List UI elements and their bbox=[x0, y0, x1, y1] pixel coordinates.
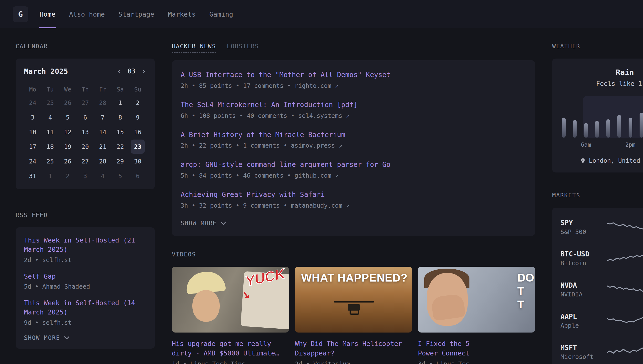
calendar-day[interactable]: 13 bbox=[78, 125, 92, 139]
rss-item-title[interactable]: Self Gap bbox=[24, 272, 147, 281]
news-item-title[interactable]: A Brief History of the Miracle Bacterium bbox=[181, 130, 526, 140]
market-labels: NVDANVIDIA bbox=[560, 281, 607, 298]
nav-tab-also-home[interactable]: Also home bbox=[69, 0, 105, 28]
calendar-day[interactable]: 15 bbox=[113, 125, 127, 139]
calendar-day[interactable]: 18 bbox=[43, 140, 57, 154]
calendar-day[interactable]: 27 bbox=[78, 154, 92, 168]
video-title[interactable]: His upgrade got me really dirty - AMD $5… bbox=[172, 339, 289, 358]
rss-item-title[interactable]: This Week in Self-Hosted (21 March 2025) bbox=[24, 236, 147, 254]
calendar-day[interactable]: 21 bbox=[96, 140, 110, 154]
video-thumbnail[interactable]: WHAT HAPPENED? bbox=[295, 267, 412, 332]
news-item-title[interactable]: A USB Interface to the "Mother of All De… bbox=[181, 70, 526, 80]
calendar-day-headers: MoTuWeThFrSaSu bbox=[24, 84, 147, 96]
calendar-day[interactable]: 28 bbox=[96, 96, 110, 110]
calendar-day[interactable]: 29 bbox=[113, 154, 127, 168]
calendar-day[interactable]: 25 bbox=[43, 154, 57, 168]
news-item-meta: 3h • 32 points • 9 comments • matanabudy… bbox=[181, 202, 526, 209]
calendar-day[interactable]: 23 bbox=[131, 140, 145, 154]
calendar-day[interactable]: 22 bbox=[113, 140, 127, 154]
calendar-day[interactable]: 1 bbox=[43, 169, 57, 183]
calendar-prev-icon[interactable]: ‹ bbox=[117, 67, 122, 76]
calendar-day[interactable]: 17 bbox=[26, 140, 40, 154]
weather-chart: 12° bbox=[562, 96, 643, 138]
calendar-day[interactable]: 3 bbox=[78, 169, 92, 183]
calendar-day[interactable]: 1 bbox=[113, 96, 127, 110]
calendar-day[interactable]: 11 bbox=[43, 125, 57, 139]
calendar-day[interactable]: 14 bbox=[96, 125, 110, 139]
calendar-day[interactable]: 3 bbox=[26, 110, 40, 124]
video-title[interactable]: Why Did The Mars Helicopter Disappear? bbox=[295, 339, 412, 358]
news-item-stats: 2h • 85 points • 17 comments • bbox=[181, 82, 295, 89]
calendar-day[interactable]: 7 bbox=[96, 110, 110, 124]
calendar-day[interactable]: 9 bbox=[131, 110, 145, 124]
video-title[interactable]: I Fixed the 5 Power Connect bbox=[418, 339, 535, 358]
news-item: A Brief History of the Miracle Bacterium… bbox=[181, 130, 526, 149]
video-card: DO T TI Fixed the 5 Power Connect3d • Li… bbox=[418, 267, 535, 364]
news-item-source-link[interactable]: matanabudy.com ↗ bbox=[291, 202, 350, 209]
calendar-day[interactable]: 2 bbox=[61, 169, 75, 183]
calendar-day[interactable]: 4 bbox=[43, 110, 57, 124]
tab-lobsters[interactable]: LOBSTERS bbox=[227, 43, 259, 50]
nav-tab-gaming[interactable]: Gaming bbox=[209, 0, 233, 28]
calendar-day[interactable]: 19 bbox=[61, 140, 75, 154]
video-thumbnail[interactable]: YUCK↘ bbox=[172, 267, 289, 332]
video-thumbnail[interactable]: DO T T bbox=[418, 267, 535, 332]
calendar-section-title: CALENDAR bbox=[16, 43, 155, 50]
calendar-day[interactable]: 5 bbox=[113, 169, 127, 183]
news-widget: HACKER NEWS LOBSTERS A USB Interface to … bbox=[172, 43, 535, 236]
rss-item-title[interactable]: This Week in Self-Hosted (14 March 2025) bbox=[24, 298, 147, 317]
calendar-day[interactable]: 24 bbox=[26, 96, 40, 110]
calendar-day[interactable]: 20 bbox=[78, 140, 92, 154]
calendar-day[interactable]: 12 bbox=[61, 125, 75, 139]
market-row[interactable]: MSFTMicrosoft+1.14%$391.26 bbox=[560, 336, 643, 364]
nav-tab-markets[interactable]: Markets bbox=[168, 0, 196, 28]
app-logo[interactable]: G bbox=[13, 6, 28, 22]
rss-item-meta: 2d • selfh.st bbox=[24, 256, 147, 264]
market-row[interactable]: BTC-USDBitcoin+1.39%$84,999.29 bbox=[560, 243, 643, 274]
calendar-day[interactable]: 26 bbox=[61, 154, 75, 168]
calendar-day[interactable]: 31 bbox=[26, 169, 40, 183]
calendar-next-icon[interactable]: › bbox=[141, 67, 147, 76]
news-item-title[interactable]: argp: GNU-style command line argument pa… bbox=[181, 160, 526, 170]
market-row[interactable]: AAPLApple+1.95%$218.27 bbox=[560, 305, 643, 336]
calendar-day[interactable]: 4 bbox=[96, 169, 110, 183]
calendar-day[interactable]: 27 bbox=[78, 96, 92, 110]
news-item-title[interactable]: Achieving Great Privacy with Safari bbox=[181, 190, 526, 200]
calendar-day[interactable]: 28 bbox=[96, 154, 110, 168]
news-item-source-link[interactable]: sel4.systems ↗ bbox=[298, 112, 350, 119]
tab-hacker-news[interactable]: HACKER NEWS bbox=[172, 43, 216, 53]
calendar-day[interactable]: 24 bbox=[26, 154, 40, 168]
market-symbol: BTC-USD bbox=[560, 250, 607, 258]
news-item-source-link[interactable]: github.com ↗ bbox=[295, 172, 339, 179]
calendar-day[interactable]: 6 bbox=[78, 110, 92, 124]
market-name: Apple bbox=[560, 322, 607, 329]
news-item-source-link[interactable]: asimov.press ↗ bbox=[291, 142, 342, 149]
calendar-day-of-week: Th bbox=[82, 84, 89, 96]
calendar-month-number[interactable]: 03 bbox=[128, 68, 135, 75]
nav-tab-home[interactable]: Home bbox=[40, 0, 56, 28]
market-labels: SPYS&P 500 bbox=[560, 219, 607, 236]
calendar-day[interactable]: 10 bbox=[26, 125, 40, 139]
news-item-source-link[interactable]: righto.com ↗ bbox=[295, 82, 339, 89]
nav-tab-startpage[interactable]: Startpage bbox=[118, 0, 154, 28]
calendar-day[interactable]: 16 bbox=[131, 125, 145, 139]
weather-time-label: 2pm bbox=[625, 142, 635, 148]
calendar-day[interactable]: 25 bbox=[43, 96, 57, 110]
helicopter-shape bbox=[348, 304, 360, 310]
weather-bar bbox=[562, 118, 566, 138]
news-item-title[interactable]: The SeL4 Microkernel: An Introduction [p… bbox=[181, 100, 526, 110]
markets-list: SPYS&P 500-0.27%$563.98BTC-USDBitcoin+1.… bbox=[552, 208, 643, 364]
calendar-day[interactable]: 5 bbox=[61, 110, 75, 124]
weather-bar bbox=[617, 115, 621, 138]
calendar-day[interactable]: 30 bbox=[131, 154, 145, 168]
market-row[interactable]: NVDANVIDIA-0.70%$117.70 bbox=[560, 274, 643, 305]
chevron-down-icon bbox=[64, 336, 69, 339]
market-row[interactable]: SPYS&P 500-0.27%$563.98 bbox=[560, 212, 643, 243]
calendar-day[interactable]: 2 bbox=[131, 96, 145, 110]
calendar-day[interactable]: 26 bbox=[61, 96, 75, 110]
calendar-day[interactable]: 6 bbox=[131, 169, 145, 183]
rss-show-more-button[interactable]: SHOW MORE bbox=[24, 334, 147, 341]
news-show-more-button[interactable]: SHOW MORE bbox=[181, 220, 526, 227]
calendar-day[interactable]: 8 bbox=[113, 110, 127, 124]
weather-section-title: WEATHER bbox=[552, 43, 643, 50]
